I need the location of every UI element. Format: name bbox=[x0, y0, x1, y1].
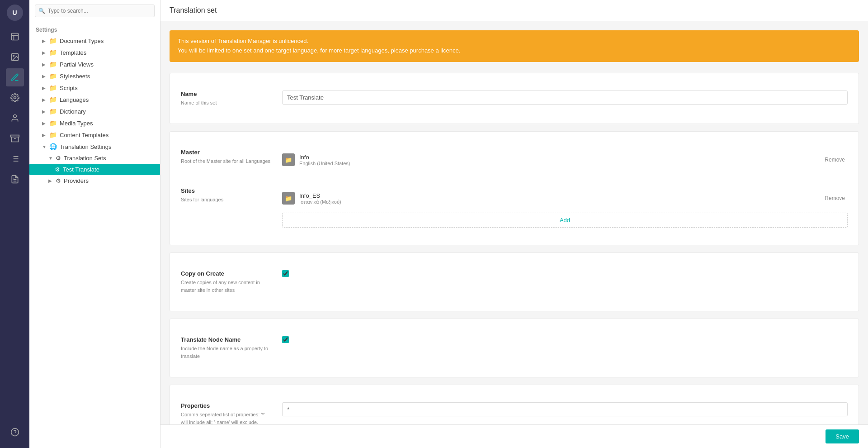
sites-folder-name: Info_ES bbox=[299, 192, 817, 199]
translate-node-section: Translate Node Name Include the Node nam… bbox=[170, 319, 859, 377]
name-row: Name Name of this set bbox=[181, 82, 848, 115]
master-sites-section: Master Root of the Master site for all L… bbox=[170, 131, 859, 245]
master-remove-button[interactable]: Remove bbox=[822, 156, 848, 164]
content-icon[interactable] bbox=[6, 28, 24, 46]
sites-control: 📁 Info_ES Ισπανικά (Μεξικού) Remove Add bbox=[282, 187, 848, 228]
sidebar-item-label: Providers bbox=[64, 177, 156, 184]
sidebar-item-label: Stylesheets bbox=[60, 73, 156, 80]
master-folder-sub: English (United States) bbox=[299, 161, 817, 166]
sidebar-item-dictionary[interactable]: ▶ 📁 Dictionary bbox=[29, 105, 160, 117]
help-icon[interactable] bbox=[6, 423, 24, 441]
sidebar-item-label: Translation Sets bbox=[64, 155, 156, 162]
svg-point-6 bbox=[13, 115, 16, 118]
copy-section: Copy on Create Create copies of any new … bbox=[170, 253, 859, 311]
translation-icon[interactable] bbox=[6, 68, 24, 86]
sites-label: Sites bbox=[181, 187, 271, 194]
name-input[interactable] bbox=[282, 91, 848, 105]
gear-multi-icon: ⚙ bbox=[56, 155, 61, 162]
sites-desc: Sites for languages bbox=[181, 196, 271, 204]
arrow-icon: ▶ bbox=[42, 121, 47, 126]
warning-line2: You will be limited to one set and one t… bbox=[178, 46, 851, 56]
folder-icon: 📁 bbox=[49, 37, 57, 44]
folder-icon: 📁 bbox=[49, 61, 57, 68]
arrow-icon: ▶ bbox=[42, 86, 47, 91]
avatar[interactable]: U bbox=[7, 5, 23, 21]
master-label: Master bbox=[181, 149, 271, 156]
sidebar-item-scripts[interactable]: ▶ 📁 Scripts bbox=[29, 82, 160, 94]
arrow-icon: ▶ bbox=[42, 97, 47, 102]
properties-label: Properties bbox=[181, 402, 271, 409]
add-button[interactable]: Add bbox=[282, 213, 848, 228]
sidebar-item-languages[interactable]: ▶ 📁 Languages bbox=[29, 94, 160, 105]
sidebar-item-label: Media Types bbox=[60, 120, 156, 127]
name-label-col: Name Name of this set bbox=[181, 91, 271, 107]
packages-icon[interactable] bbox=[6, 129, 24, 148]
copy-label: Copy on Create bbox=[181, 270, 271, 277]
sidebar-item-translation-sets[interactable]: ▼ ⚙ Translation Sets bbox=[29, 153, 160, 164]
folder-icon: 📁 bbox=[49, 108, 57, 115]
sites-remove-button[interactable]: Remove bbox=[822, 194, 848, 202]
arrow-icon: ▶ bbox=[42, 133, 47, 138]
forms-icon[interactable] bbox=[6, 170, 24, 188]
sidebar-item-providers[interactable]: ▶ ⚙ Providers bbox=[29, 175, 160, 186]
svg-rect-7 bbox=[10, 135, 19, 137]
globe-icon: 🌐 bbox=[49, 143, 57, 150]
page-title: Translation set bbox=[160, 0, 868, 21]
properties-label-col: Properties Comma seperated list of prope… bbox=[181, 402, 271, 426]
folder-icon: 📁 bbox=[49, 96, 57, 103]
arrow-icon: ▶ bbox=[42, 62, 47, 67]
translate-node-checkbox[interactable] bbox=[282, 336, 289, 343]
arrow-icon: ▶ bbox=[42, 38, 47, 43]
master-folder-icon: 📁 bbox=[282, 153, 295, 166]
save-button[interactable]: Save bbox=[826, 429, 859, 443]
translate-node-label-col: Translate Node Name Include the Node nam… bbox=[181, 336, 271, 360]
arrow-down-icon: ▼ bbox=[48, 156, 53, 161]
copy-control bbox=[282, 270, 848, 294]
name-section: Name Name of this set bbox=[170, 73, 859, 124]
sidebar-item-test-translate[interactable]: ⚙ Test Translate bbox=[29, 164, 160, 175]
sites-row: Sites Sites for languages 📁 Info_ES Ισπα… bbox=[181, 179, 848, 236]
sites-folder-sub: Ισπανικά (Μεξικού) bbox=[299, 199, 817, 205]
folder-icon: 📁 bbox=[49, 84, 57, 91]
sidebar-item-label: Content Templates bbox=[60, 132, 156, 138]
properties-input[interactable] bbox=[282, 402, 848, 416]
sidebar: 🔍 Settings ▶ 📁 Document Types ▶ 📁 Templa… bbox=[29, 0, 160, 448]
search-input[interactable] bbox=[35, 5, 155, 17]
users-icon[interactable] bbox=[6, 109, 24, 127]
sidebar-item-label: Translation Settings bbox=[60, 143, 156, 150]
properties-desc: Comma seperated list of properties: '*' … bbox=[181, 411, 271, 426]
settings-label: Settings bbox=[29, 22, 160, 35]
translate-node-desc: Include the Node name as a property to t… bbox=[181, 345, 271, 360]
master-folder-name: Info bbox=[299, 154, 817, 161]
master-desc: Root of the Master site for all Language… bbox=[181, 157, 271, 165]
svg-rect-0 bbox=[11, 33, 18, 40]
gear-providers-icon: ⚙ bbox=[56, 177, 61, 184]
folder-icon: 📁 bbox=[49, 119, 57, 127]
arrow-icon: ▶ bbox=[42, 50, 47, 55]
arrow-down-icon: ▼ bbox=[42, 144, 47, 149]
name-control bbox=[282, 91, 848, 107]
sidebar-item-content-templates[interactable]: ▶ 📁 Content Templates bbox=[29, 129, 160, 141]
logs-icon[interactable] bbox=[6, 150, 24, 168]
copy-checkbox[interactable] bbox=[282, 270, 289, 277]
sidebar-item-templates[interactable]: ▶ 📁 Templates bbox=[29, 47, 160, 58]
sidebar-item-stylesheets[interactable]: ▶ 📁 Stylesheets bbox=[29, 70, 160, 82]
settings-icon[interactable] bbox=[6, 89, 24, 107]
sites-label-col: Sites Sites for languages bbox=[181, 187, 271, 228]
sidebar-item-translation-settings[interactable]: ▼ 🌐 Translation Settings bbox=[29, 141, 160, 153]
media-icon[interactable] bbox=[6, 48, 24, 66]
master-control: 📁 Info English (United States) Remove bbox=[282, 149, 848, 171]
master-row: Master Root of the Master site for all L… bbox=[181, 141, 848, 179]
sidebar-item-document-types[interactable]: ▶ 📁 Document Types bbox=[29, 35, 160, 47]
translate-node-row: Translate Node Name Include the Node nam… bbox=[181, 328, 848, 368]
sites-entry: 📁 Info_ES Ισπανικά (Μεξικού) Remove bbox=[282, 187, 848, 209]
sidebar-item-media-types[interactable]: ▶ 📁 Media Types bbox=[29, 117, 160, 129]
sidebar-item-partial-views[interactable]: ▶ 📁 Partial Views bbox=[29, 58, 160, 70]
sidebar-item-label: Document Types bbox=[60, 38, 156, 44]
content-body: This version of Translation Manager is u… bbox=[160, 21, 868, 448]
main-content: Translation set This version of Translat… bbox=[160, 0, 868, 448]
sidebar-item-label: Dictionary bbox=[60, 108, 156, 115]
folder-icon: 📁 bbox=[49, 72, 57, 80]
master-entry: 📁 Info English (United States) Remove bbox=[282, 149, 848, 171]
copy-checkbox-row bbox=[282, 270, 848, 277]
